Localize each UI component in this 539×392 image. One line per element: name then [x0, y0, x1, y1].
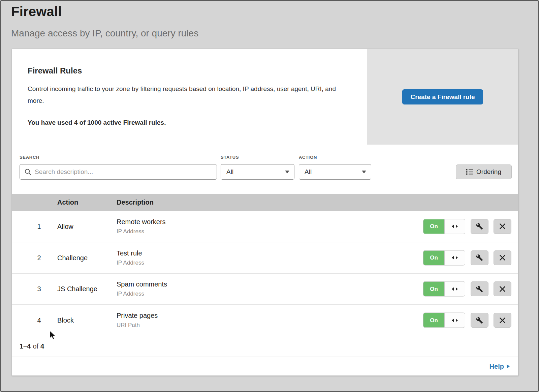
create-firewall-rule-button[interactable]: Create a Firewall rule [402, 89, 483, 104]
toggle-arrows-icon [452, 256, 458, 260]
firewall-rules-card: Firewall Rules Control incoming traffic … [12, 49, 518, 376]
search-input[interactable] [20, 164, 217, 180]
pagination-total: 4 [40, 342, 44, 350]
edit-rule-button[interactable] [471, 250, 488, 265]
rule-priority: 3 [32, 285, 46, 293]
rule-match-type: IP Address [117, 291, 167, 297]
rule-match-type: IP Address [117, 228, 166, 235]
rule-match-type: URI Path [117, 322, 158, 329]
filters-bar: SEARCH STATUS ACTION All All [12, 145, 518, 194]
toggle-on-label: On [423, 282, 444, 296]
rule-description-title: Remote workers [117, 218, 166, 226]
toggle-on-label: On [423, 250, 444, 265]
delete-rule-button[interactable] [494, 219, 511, 234]
page-subtitle: Manage access by IP, country, or query r… [11, 28, 198, 39]
page-header: Firewall Manage access by IP, country, o… [11, 4, 198, 39]
wrench-icon [476, 223, 483, 230]
rule-description-title: Test rule [117, 249, 144, 257]
rule-priority: 2 [32, 254, 46, 262]
rule-description: Spam comments IP Address [117, 280, 167, 297]
rule-enabled-toggle[interactable]: On [423, 281, 465, 297]
rule-priority: 4 [32, 316, 46, 324]
table-row: 1 Allow Remote workers IP Address On [12, 211, 518, 242]
edit-rule-button[interactable] [471, 219, 488, 234]
search-label: SEARCH [20, 155, 39, 160]
ordering-button-label: Ordering [476, 168, 501, 176]
rule-match-type: IP Address [117, 260, 144, 266]
wrench-icon [476, 317, 483, 324]
action-select[interactable]: All [299, 164, 371, 180]
delete-rule-button[interactable] [494, 281, 511, 296]
toggle-arrows-icon [452, 287, 458, 291]
pagination-of: of [33, 342, 38, 350]
panel-usage-text: You have used 4 of 1000 active Firewall … [28, 119, 166, 126]
close-icon [500, 286, 505, 292]
firewall-page: Firewall Manage access by IP, country, o… [0, 0, 539, 392]
edit-rule-button[interactable] [471, 281, 488, 296]
edit-rule-button[interactable] [471, 313, 488, 328]
rule-enabled-toggle[interactable]: On [423, 313, 465, 328]
toggle-handle[interactable] [444, 282, 465, 296]
close-icon [500, 318, 505, 323]
create-rule-panel: Create a Firewall rule [367, 49, 518, 145]
table-row: 2 Challenge Test rule IP Address On [12, 242, 518, 274]
rule-action: JS Challenge [57, 285, 97, 293]
rule-description: Private pages URI Path [117, 312, 158, 329]
rule-action: Challenge [57, 254, 88, 262]
delete-rule-button[interactable] [494, 250, 511, 265]
chevron-down-icon [285, 171, 289, 174]
toggle-arrows-icon [452, 225, 458, 228]
page-title: Firewall [11, 4, 198, 19]
top-panel: Firewall Rules Control incoming traffic … [12, 49, 518, 145]
wrench-icon [476, 285, 483, 293]
toggle-on-label: On [423, 219, 444, 234]
arrow-right-icon [507, 364, 510, 369]
card-footer: Help [12, 357, 518, 376]
rule-action: Allow [57, 222, 73, 230]
toggle-handle[interactable] [444, 219, 465, 234]
rule-description-title: Private pages [117, 312, 158, 320]
column-header-action: Action [57, 199, 78, 206]
toggle-handle[interactable] [444, 313, 465, 328]
chevron-down-icon [362, 171, 366, 174]
rules-list: 1 Allow Remote workers IP Address On [12, 211, 518, 336]
wrench-icon [476, 254, 483, 261]
rule-enabled-toggle[interactable]: On [423, 219, 465, 234]
toggle-handle[interactable] [444, 250, 465, 265]
table-header: Action Description [12, 194, 518, 211]
ordering-button[interactable]: Ordering [456, 164, 512, 179]
rule-action: Block [57, 316, 74, 324]
close-icon [500, 255, 505, 261]
column-header-description: Description [117, 199, 154, 206]
rule-enabled-toggle[interactable]: On [423, 250, 465, 265]
table-row: 3 JS Challenge Spam comments IP Address … [12, 274, 518, 305]
status-select-value: All [226, 168, 233, 176]
table-row: 4 Block Private pages URI Path On [12, 305, 518, 336]
rule-description: Remote workers IP Address [117, 218, 166, 235]
panel-description: Control incoming traffic to your zone by… [28, 83, 348, 107]
help-link[interactable]: Help [489, 363, 510, 370]
rule-priority: 1 [32, 222, 46, 230]
rule-description: Test rule IP Address [117, 249, 144, 266]
pagination-range: 1–4 [20, 342, 31, 350]
delete-rule-button[interactable] [494, 313, 511, 328]
action-label: ACTION [299, 155, 317, 160]
action-select-value: All [305, 168, 312, 176]
pagination: 1–4 of 4 [12, 336, 518, 357]
status-label: STATUS [221, 155, 239, 160]
search-icon [25, 169, 31, 175]
toggle-arrows-icon [452, 319, 458, 322]
toggle-on-label: On [423, 313, 444, 328]
help-link-label: Help [489, 363, 504, 370]
search-box [20, 164, 217, 180]
status-select[interactable]: All [221, 164, 294, 180]
ordering-list-icon [466, 169, 473, 175]
panel-heading: Firewall Rules [28, 66, 82, 76]
rule-description-title: Spam comments [117, 280, 167, 288]
close-icon [500, 223, 505, 229]
